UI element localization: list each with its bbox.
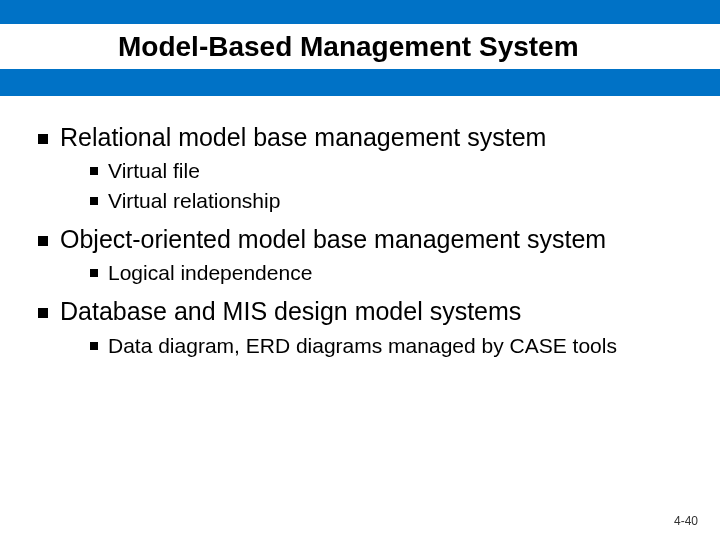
bullet-text: Virtual file — [108, 157, 200, 184]
slide-title: Model-Based Management System — [118, 31, 579, 63]
page-number: 4-40 — [674, 514, 698, 528]
list-item: Virtual relationship — [90, 187, 690, 214]
bullet-text: Virtual relationship — [108, 187, 280, 214]
list-item: Database and MIS design model systems Da… — [38, 296, 690, 359]
bullet-text: Object-oriented model base management sy… — [60, 224, 606, 255]
bullet-text: Database and MIS design model systems — [60, 296, 521, 327]
list-item: Relational model base management system … — [38, 122, 690, 214]
bullet-text: Relational model base management system — [60, 122, 546, 153]
list-item: Virtual file — [90, 157, 690, 184]
title-strip: Model-Based Management System — [0, 24, 720, 69]
list-item: Object-oriented model base management sy… — [38, 224, 690, 287]
header-band: Model-Based Management System — [0, 0, 720, 96]
square-bullet-icon — [90, 167, 98, 175]
square-bullet-icon — [90, 342, 98, 350]
bullet-text: Logical independence — [108, 259, 312, 286]
bullet-text: Data diagram, ERD diagrams managed by CA… — [108, 332, 617, 359]
list-item: Logical independence — [90, 259, 690, 286]
square-bullet-icon — [38, 236, 48, 246]
list-item: Data diagram, ERD diagrams managed by CA… — [90, 332, 690, 359]
square-bullet-icon — [90, 197, 98, 205]
slide-content: Relational model base management system … — [0, 96, 720, 359]
square-bullet-icon — [38, 308, 48, 318]
square-bullet-icon — [38, 134, 48, 144]
square-bullet-icon — [90, 269, 98, 277]
